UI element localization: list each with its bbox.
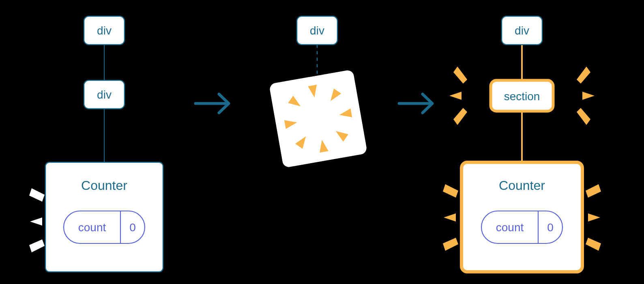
- left-div-1-label: div: [97, 24, 112, 37]
- right-section-label: section: [504, 90, 540, 103]
- left-counter: Counter count 0: [45, 162, 163, 272]
- left-pill-name: count: [78, 221, 106, 234]
- svg-marker-28: [444, 213, 456, 222]
- svg-marker-26: [577, 108, 590, 125]
- center-pop-box: [269, 69, 367, 168]
- center-div-label: div: [310, 24, 324, 37]
- right-counter: Counter count 0: [462, 162, 582, 272]
- left-counter-title: Counter: [81, 178, 127, 193]
- svg-marker-23: [453, 108, 467, 125]
- right-tree: div section Counter: [443, 16, 601, 272]
- right-pill-value: 0: [547, 221, 554, 234]
- svg-rect-10: [269, 69, 367, 168]
- right-div-label: div: [515, 24, 529, 37]
- svg-marker-4: [29, 239, 45, 252]
- left-counter-ticks: [29, 188, 45, 252]
- svg-marker-29: [443, 184, 458, 198]
- left-div-2: div: [84, 80, 125, 109]
- svg-marker-2: [30, 217, 42, 226]
- right-section: section: [491, 80, 553, 111]
- right-counter-pill: count 0: [481, 211, 562, 243]
- svg-marker-33: [586, 238, 601, 251]
- right-pill-name: count: [496, 221, 524, 234]
- left-tree: div div Counter count 0: [29, 16, 163, 272]
- right-div: div: [502, 16, 542, 45]
- center-div: div: [297, 16, 337, 45]
- left-pill-value: 0: [129, 221, 136, 234]
- svg-marker-22: [453, 67, 467, 84]
- svg-marker-30: [443, 238, 458, 251]
- svg-marker-21: [449, 92, 462, 100]
- svg-marker-25: [577, 67, 590, 84]
- svg-marker-3: [29, 188, 45, 202]
- left-div-2-label: div: [97, 88, 112, 101]
- svg-marker-31: [588, 213, 600, 222]
- diagram-canvas: div div Counter count 0: [0, 0, 644, 284]
- left-div-1: div: [84, 16, 125, 45]
- center-tree: div: [269, 16, 367, 168]
- svg-marker-24: [582, 92, 595, 100]
- right-counter-title: Counter: [499, 178, 545, 193]
- arrow-1: [195, 94, 229, 113]
- left-counter-pill: count 0: [64, 211, 145, 243]
- svg-marker-32: [586, 184, 601, 198]
- arrow-2: [399, 94, 432, 113]
